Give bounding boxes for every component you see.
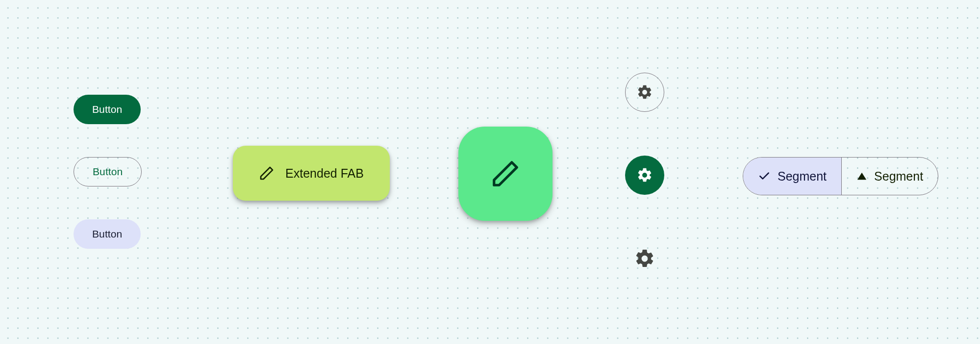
filled-icon-button[interactable] <box>625 156 664 195</box>
triangle-icon <box>856 171 867 182</box>
extended-fab-label: Extended FAB <box>285 166 364 181</box>
segment-2[interactable]: Segment <box>841 158 938 195</box>
filled-button[interactable]: Button <box>74 95 141 124</box>
tonal-button[interactable]: Button <box>74 219 141 249</box>
segment-label: Segment <box>874 169 923 184</box>
button-label: Button <box>92 104 122 115</box>
outlined-button[interactable]: Button <box>74 157 142 186</box>
segment-1[interactable]: Segment <box>743 158 841 195</box>
edit-icon <box>490 159 521 189</box>
settings-icon <box>634 248 655 269</box>
settings-icon <box>636 167 653 184</box>
settings-icon <box>636 84 653 101</box>
outlined-icon-button[interactable] <box>625 73 664 112</box>
extended-fab[interactable]: Extended FAB <box>233 146 390 201</box>
svg-marker-0 <box>857 173 866 180</box>
check-icon <box>758 170 771 183</box>
button-label: Button <box>92 228 122 240</box>
standard-icon-button[interactable] <box>625 239 664 278</box>
fab[interactable] <box>458 127 553 221</box>
segment-label: Segment <box>778 169 827 184</box>
edit-icon <box>259 165 275 181</box>
segmented-button: Segment Segment <box>743 157 938 195</box>
button-label: Button <box>93 166 123 178</box>
